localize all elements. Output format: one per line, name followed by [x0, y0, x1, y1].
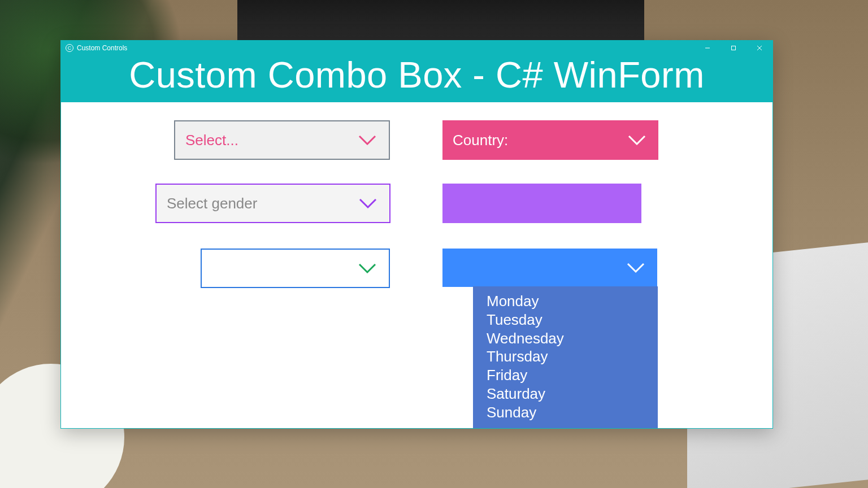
- dropdown-option[interactable]: Wednesday: [487, 329, 644, 348]
- window-title: Custom Controls: [77, 44, 127, 52]
- dropdown-option[interactable]: Thursday: [487, 347, 644, 366]
- page-title: Custom Combo Box - C# WinForm: [61, 55, 772, 102]
- combo-gender-label: Select gender: [167, 195, 357, 212]
- combo-gender[interactable]: Select gender: [155, 184, 390, 223]
- app-window: C Custom Controls Custom Combo Box - C# …: [60, 40, 773, 429]
- chevron-down-icon: [624, 262, 647, 274]
- close-button[interactable]: [747, 41, 772, 55]
- dropdown-option[interactable]: Monday: [487, 292, 644, 311]
- chevron-down-icon: [357, 197, 379, 210]
- combo-day[interactable]: [442, 249, 657, 287]
- combo-select[interactable]: Select...: [174, 120, 390, 160]
- chevron-down-icon: [356, 134, 379, 146]
- combo-country-label: Country:: [453, 132, 626, 149]
- maximize-button[interactable]: [721, 41, 747, 55]
- combo-purple[interactable]: [442, 184, 641, 223]
- content-area: Select... Country: Select gender: [61, 102, 772, 428]
- combo-country[interactable]: Country:: [442, 120, 658, 160]
- dropdown-option[interactable]: Sunday: [487, 403, 644, 422]
- minimize-button[interactable]: [695, 41, 721, 55]
- svg-rect-0: [732, 46, 736, 50]
- dropdown-option[interactable]: Friday: [487, 366, 644, 385]
- dropdown-option[interactable]: Saturday: [487, 385, 644, 403]
- chevron-down-icon: [356, 262, 379, 274]
- combo-select-label: Select...: [185, 132, 356, 149]
- combo-day-dropdown: Monday Tuesday Wednesday Thursday Friday…: [473, 286, 658, 428]
- titlebar[interactable]: C Custom Controls: [61, 41, 772, 55]
- dropdown-option[interactable]: Tuesday: [487, 311, 644, 329]
- chevron-down-icon: [626, 134, 648, 146]
- app-icon: C: [66, 44, 73, 52]
- combo-blue-outline[interactable]: [201, 249, 390, 288]
